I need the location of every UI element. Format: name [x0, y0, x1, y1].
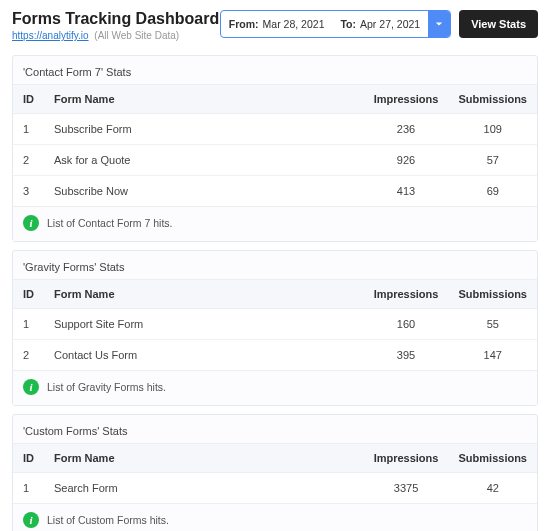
date-from-segment: From: Mar 28, 2021	[221, 18, 333, 30]
col-submissions: Submissions	[449, 280, 537, 309]
block-title: 'Gravity Forms' Stats	[13, 251, 537, 279]
cell-name: Subscribe Now	[44, 176, 364, 207]
col-id: ID	[13, 85, 44, 114]
footer-text: List of Gravity Forms hits.	[47, 381, 166, 393]
stats-block-custom-forms: 'Custom Forms' Stats ID Form Name Impres…	[12, 414, 538, 531]
table-row: 2 Ask for a Quote 926 57	[13, 145, 537, 176]
footer-text: List of Contact Form 7 hits.	[47, 217, 172, 229]
block-footer: i List of Custom Forms hits.	[13, 503, 537, 531]
table-header-row: ID Form Name Impressions Submissions	[13, 85, 537, 114]
cell-impressions: 236	[364, 114, 449, 145]
header-left: Forms Tracking Dashboard https://analyti…	[12, 10, 219, 41]
cell-submissions: 42	[449, 473, 537, 504]
table-row: 3 Subscribe Now 413 69	[13, 176, 537, 207]
cell-name: Subscribe Form	[44, 114, 364, 145]
col-name: Form Name	[44, 85, 364, 114]
cell-submissions: 57	[449, 145, 537, 176]
cell-id: 1	[13, 114, 44, 145]
site-note: (All Web Site Data)	[94, 30, 179, 41]
col-id: ID	[13, 444, 44, 473]
block-footer: i List of Gravity Forms hits.	[13, 370, 537, 405]
table-header-row: ID Form Name Impressions Submissions	[13, 280, 537, 309]
cell-submissions: 55	[449, 309, 537, 340]
cell-impressions: 160	[364, 309, 449, 340]
stats-table: ID Form Name Impressions Submissions 1 S…	[13, 84, 537, 206]
block-footer: i List of Contact Form 7 hits.	[13, 206, 537, 241]
date-from-value: Mar 28, 2021	[263, 18, 325, 30]
table-row: 2 Contact Us Form 395 147	[13, 340, 537, 371]
cell-id: 1	[13, 473, 44, 504]
page-title: Forms Tracking Dashboard	[12, 10, 219, 28]
chevron-down-icon	[435, 18, 443, 30]
cell-id: 1	[13, 309, 44, 340]
table-row: 1 Subscribe Form 236 109	[13, 114, 537, 145]
info-icon: i	[23, 512, 39, 528]
site-subtitle: https://analytify.io (All Web Site Data)	[12, 30, 219, 41]
cell-submissions: 147	[449, 340, 537, 371]
table-row: 1 Search Form 3375 42	[13, 473, 537, 504]
info-icon: i	[23, 379, 39, 395]
table-header-row: ID Form Name Impressions Submissions	[13, 444, 537, 473]
stats-table: ID Form Name Impressions Submissions 1 S…	[13, 279, 537, 370]
view-stats-button[interactable]: View Stats	[459, 10, 538, 38]
cell-id: 3	[13, 176, 44, 207]
cell-impressions: 395	[364, 340, 449, 371]
cell-id: 2	[13, 340, 44, 371]
block-title: 'Contact Form 7' Stats	[13, 56, 537, 84]
stats-block-gravity-forms: 'Gravity Forms' Stats ID Form Name Impre…	[12, 250, 538, 406]
cell-impressions: 926	[364, 145, 449, 176]
cell-id: 2	[13, 145, 44, 176]
date-to-segment: To: Apr 27, 2021	[332, 18, 428, 30]
col-id: ID	[13, 280, 44, 309]
col-name: Form Name	[44, 444, 364, 473]
cell-impressions: 3375	[364, 473, 449, 504]
col-impressions: Impressions	[364, 85, 449, 114]
cell-submissions: 109	[449, 114, 537, 145]
block-title: 'Custom Forms' Stats	[13, 415, 537, 443]
date-from-label: From:	[229, 18, 259, 30]
cell-name: Support Site Form	[44, 309, 364, 340]
col-impressions: Impressions	[364, 280, 449, 309]
stats-table: ID Form Name Impressions Submissions 1 S…	[13, 443, 537, 503]
date-range-dropdown[interactable]	[428, 11, 450, 37]
cell-impressions: 413	[364, 176, 449, 207]
col-submissions: Submissions	[449, 444, 537, 473]
cell-name: Search Form	[44, 473, 364, 504]
site-url-link[interactable]: https://analytify.io	[12, 30, 89, 41]
header-right: From: Mar 28, 2021 To: Apr 27, 2021 View…	[220, 10, 538, 38]
table-row: 1 Support Site Form 160 55	[13, 309, 537, 340]
footer-text: List of Custom Forms hits.	[47, 514, 169, 526]
date-to-value: Apr 27, 2021	[360, 18, 420, 30]
col-impressions: Impressions	[364, 444, 449, 473]
cell-submissions: 69	[449, 176, 537, 207]
col-name: Form Name	[44, 280, 364, 309]
date-range-picker[interactable]: From: Mar 28, 2021 To: Apr 27, 2021	[220, 10, 451, 38]
date-to-label: To:	[340, 18, 356, 30]
content-area: 'Contact Form 7' Stats ID Form Name Impr…	[0, 55, 550, 531]
cell-name: Contact Us Form	[44, 340, 364, 371]
col-submissions: Submissions	[449, 85, 537, 114]
stats-block-contact-form-7: 'Contact Form 7' Stats ID Form Name Impr…	[12, 55, 538, 242]
cell-name: Ask for a Quote	[44, 145, 364, 176]
page-header: Forms Tracking Dashboard https://analyti…	[0, 0, 550, 47]
info-icon: i	[23, 215, 39, 231]
